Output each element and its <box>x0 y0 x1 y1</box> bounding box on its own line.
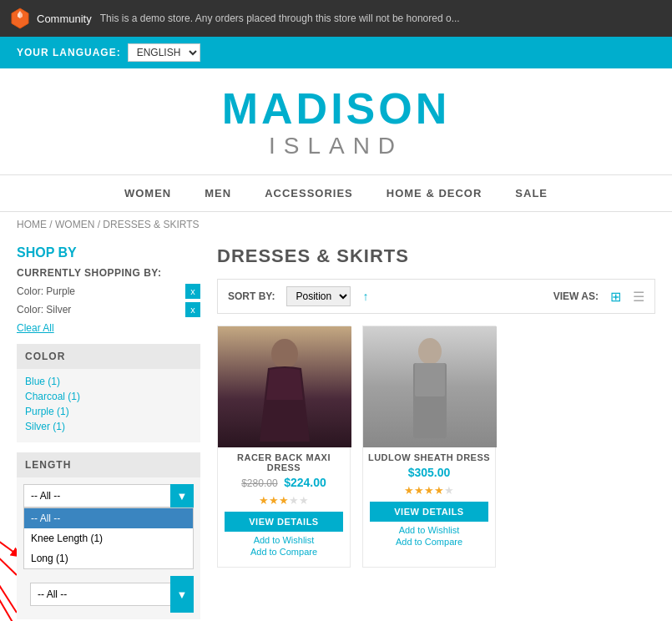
product-grid: RACER BACK MAXI DRESS $280.00 $224.00 ★★… <box>217 326 655 568</box>
site-title-sub: ISLAND <box>0 133 672 159</box>
length-option-all[interactable]: -- All -- <box>24 508 193 528</box>
breadcrumb-current: DRESSES & SKIRTS <box>103 219 199 230</box>
community-label: Community <box>37 13 92 25</box>
main-content: DRESSES & SKIRTS SORT BY: Position ↑ VIE… <box>217 245 655 621</box>
site-title-main: MADISON <box>0 85 672 133</box>
color-section-title: COLOR <box>17 344 200 369</box>
product-card-ludlow: LUDLOW SHEATH DRESS $305.00 ★★★★★ VIEW D… <box>362 326 496 568</box>
breadcrumb: HOME / WOMEN / DRESSES & SKIRTS <box>0 212 672 237</box>
color-option-purple[interactable]: Purple (1) <box>25 406 192 417</box>
sort-select[interactable]: Position <box>286 286 351 306</box>
category-title: DRESSES & SKIRTS <box>217 245 655 267</box>
sidebar: You can select and deselect several opti… <box>17 245 200 621</box>
price-ludlow: $305.00 <box>408 466 451 479</box>
breadcrumb-home[interactable]: HOME <box>17 219 47 230</box>
length-dropdown-wrapper: -- All -- ▼ <box>23 484 194 507</box>
length-filter-section: LENGTH -- All -- ▼ -- All -- Knee Length… <box>17 452 200 619</box>
breadcrumb-women[interactable]: WOMEN <box>55 219 94 230</box>
currently-shopping-label: CURRENTLY SHOPPING BY: <box>17 267 200 279</box>
svg-rect-10 <box>415 363 445 396</box>
color-option-charcoal[interactable]: Charcoal (1) <box>25 391 192 402</box>
nav-men[interactable]: MEN <box>205 187 231 199</box>
color-option-blue[interactable]: Blue (1) <box>25 376 192 387</box>
length-option-long[interactable]: Long (1) <box>24 548 193 568</box>
svg-line-6 <box>0 551 17 621</box>
magento-logo: Community <box>8 7 92 30</box>
add-compare-ludlow[interactable]: Add to Compare <box>363 537 495 547</box>
svg-line-4 <box>0 531 17 575</box>
new-price-racer: $224.00 <box>284 476 326 489</box>
list-view-icon[interactable]: ☰ <box>633 289 644 305</box>
nav-women[interactable]: WOMEN <box>124 187 171 199</box>
view-as-label: VIEW AS: <box>553 290 599 302</box>
product-name-ludlow: LUDLOW SHEATH DRESS <box>363 447 495 464</box>
grid-view-icon[interactable]: ⊞ <box>610 289 621 305</box>
product-links-ludlow: Add to Wishlist Add to Compare <box>363 525 495 547</box>
product-name-racer: RACER BACK MAXI DRESS <box>218 447 350 474</box>
length-dropdown-open: -- All -- Knee Length (1) Long (1) <box>23 507 194 569</box>
filter-color-purple: Color: Purple x <box>17 284 200 299</box>
page-content: You can select and deselect several opti… <box>0 237 672 621</box>
toolbar: SORT BY: Position ↑ VIEW AS: ⊞ ☰ <box>217 279 655 314</box>
remove-purple-filter[interactable]: x <box>185 284 200 299</box>
main-nav: WOMEN MEN ACCESSORIES HOME & DECOR SALE <box>0 174 672 212</box>
remove-silver-filter[interactable]: x <box>185 302 200 317</box>
ludlow-dress-svg <box>392 333 467 442</box>
lang-label: YOUR LANGUAGE: <box>17 47 121 58</box>
svg-line-5 <box>0 541 17 613</box>
add-wishlist-racer[interactable]: Add to Wishlist <box>218 535 350 545</box>
product-price-racer: $280.00 $224.00 <box>218 474 350 491</box>
view-details-ludlow[interactable]: VIEW DETAILS <box>370 502 488 522</box>
stars-ludlow: ★★★★★ <box>363 484 495 497</box>
svg-point-7 <box>271 339 298 369</box>
product-links-racer: Add to Wishlist Add to Compare <box>218 535 350 557</box>
racer-dress-svg <box>243 333 326 442</box>
length-dropdown[interactable]: -- All -- <box>23 484 194 507</box>
top-banner: Community This is a demo store. Any orde… <box>0 0 672 37</box>
color-option-silver[interactable]: Silver (1) <box>25 421 192 432</box>
lang-select[interactable]: ENGLISH <box>128 43 200 62</box>
language-bar: YOUR LANGUAGE: ENGLISH <box>0 37 672 68</box>
site-header: MADISON ISLAND <box>0 68 672 168</box>
filter-color-silver: Color: Silver x <box>17 302 200 317</box>
add-wishlist-ludlow[interactable]: Add to Wishlist <box>363 525 495 535</box>
nav-home-decor[interactable]: HOME & DECOR <box>387 187 483 199</box>
nav-accessories[interactable]: ACCESSORIES <box>265 187 353 199</box>
filter-color-silver-label: Color: Silver <box>17 304 185 316</box>
sort-by-label: SORT BY: <box>228 290 275 302</box>
old-price-racer: $280.00 <box>241 477 277 489</box>
filter-color-purple-label: Color: Purple <box>17 285 185 297</box>
svg-point-8 <box>418 338 442 365</box>
product-image-racer <box>218 326 351 447</box>
add-compare-racer[interactable]: Add to Compare <box>218 547 350 557</box>
length-bottom-dropdown[interactable]: -- All -- <box>30 583 187 606</box>
svg-line-3 <box>0 521 17 554</box>
color-options: Blue (1) Charcoal (1) Purple (1) Silver … <box>17 369 200 442</box>
sort-direction-icon[interactable]: ↑ <box>362 290 368 303</box>
magento-icon <box>8 7 32 30</box>
length-bottom-dropdown-wrapper: -- All -- ▼ <box>23 576 194 613</box>
nav-sale[interactable]: SALE <box>515 187 548 199</box>
length-section-title: LENGTH <box>17 452 200 477</box>
shop-by-title: SHOP BY <box>17 245 200 260</box>
view-details-racer[interactable]: VIEW DETAILS <box>225 512 343 532</box>
stars-racer: ★★★★★ <box>218 494 350 507</box>
length-option-knee[interactable]: Knee Length (1) <box>24 528 193 548</box>
clear-all-link[interactable]: Clear All <box>17 322 200 334</box>
product-card-racer: RACER BACK MAXI DRESS $280.00 $224.00 ★★… <box>217 326 351 568</box>
product-image-ludlow <box>363 326 497 447</box>
product-price-ludlow: $305.00 <box>363 464 495 481</box>
demo-notice: This is a demo store. Any orders placed … <box>100 13 460 24</box>
color-filter-section: COLOR Blue (1) Charcoal (1) Purple (1) S… <box>17 344 200 442</box>
